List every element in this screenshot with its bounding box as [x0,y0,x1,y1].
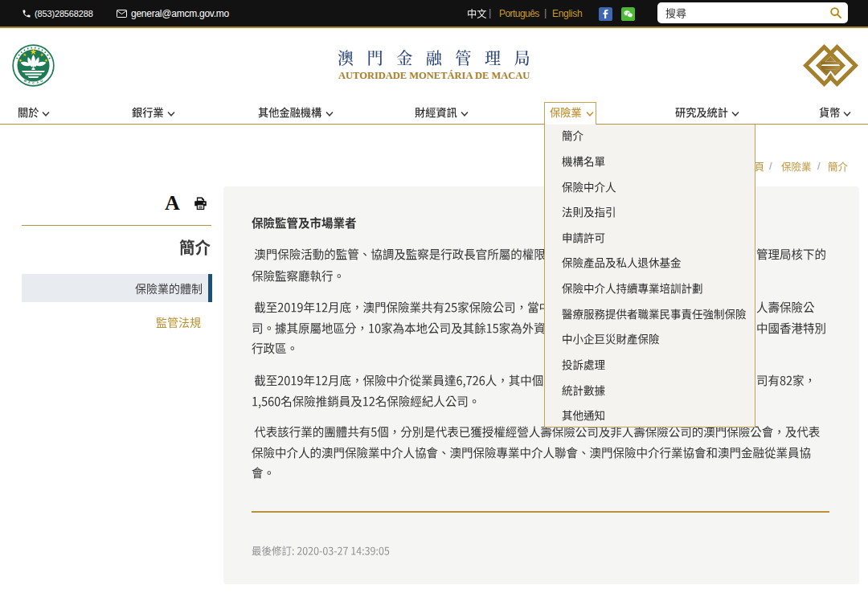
svg-text:C: C [32,81,35,85]
